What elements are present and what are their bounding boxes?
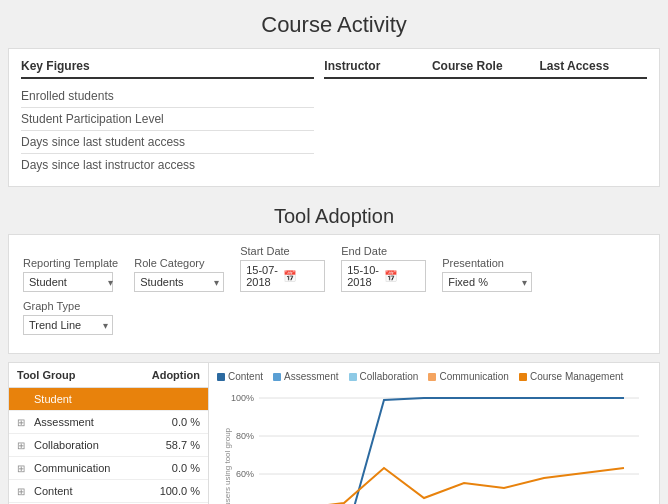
legend-item-0: Content <box>217 371 263 382</box>
graph-type-group: Graph Type Trend Line Bar Chart <box>23 300 113 335</box>
tool-row-value-1: 0.0 % <box>134 416 200 428</box>
tool-row-value-4: 100.0 % <box>134 485 200 497</box>
chart-area: Content Assessment Collaboration Communi… <box>209 363 659 504</box>
col-instructor: Instructor <box>324 59 432 73</box>
expand-icon-2: ⊞ <box>17 440 31 451</box>
content-line <box>259 398 624 504</box>
tool-row-value-3: 0.0 % <box>134 462 200 474</box>
expand-icon-3: ⊞ <box>17 463 31 474</box>
tool-rows-container: Student ⊞ Assessment 0.0 % ⊞ Collaborati… <box>9 388 208 504</box>
kf-row-2: Student Participation Level <box>21 108 314 131</box>
key-figures-section: Key Figures Enrolled students Student Pa… <box>8 48 660 187</box>
trend-chart: 100% 80% 60% 40% 20% % of active users u… <box>217 388 651 504</box>
tool-row-name-2: Collaboration <box>34 439 134 451</box>
svg-text:80%: 80% <box>236 431 254 441</box>
legend-label-3: Communication <box>439 371 508 382</box>
key-figures-header: Key Figures <box>21 59 314 79</box>
role-category-select-wrapper[interactable]: Students Instructors <box>134 272 224 292</box>
tool-row-2[interactable]: ⊞ Collaboration 58.7 % <box>9 434 208 457</box>
reporting-template-label: Reporting Template <box>23 257 118 269</box>
key-figures-panel: Key Figures Enrolled students Student Pa… <box>21 59 314 176</box>
tool-row-value-2: 58.7 % <box>134 439 200 451</box>
filters-panel: Reporting Template Student Instructor Ro… <box>8 234 660 354</box>
legend-dot-2 <box>349 373 357 381</box>
tool-row-name-4: Content <box>34 485 134 497</box>
tool-row-3[interactable]: ⊞ Communication 0.0 % <box>9 457 208 480</box>
start-date-label: Start Date <box>240 245 325 257</box>
bottom-section: Tool Group Adoption Student ⊞ Assessment… <box>8 362 660 504</box>
legend-dot-3 <box>428 373 436 381</box>
presentation-select-wrapper[interactable]: Fixed % Relative % <box>442 272 532 292</box>
kf-row-4: Days since last instructor access <box>21 154 314 176</box>
start-date-value: 15-07-2018 <box>246 264 283 288</box>
legend-item-1: Assessment <box>273 371 338 382</box>
role-category-label: Role Category <box>134 257 224 269</box>
presentation-group: Presentation Fixed % Relative % <box>442 257 532 292</box>
kf-row-1: Enrolled students <box>21 85 314 108</box>
start-date-input[interactable]: 15-07-2018 📅 <box>240 260 325 292</box>
end-date-group: End Date 15-10-2018 📅 <box>341 245 426 292</box>
svg-text:% of active users using tool g: % of active users using tool group <box>223 427 232 504</box>
legend-item-2: Collaboration <box>349 371 419 382</box>
course-mgmt-line <box>259 468 624 504</box>
tool-table: Tool Group Adoption Student ⊞ Assessment… <box>9 363 209 504</box>
tool-group-col-header: Tool Group <box>17 369 127 381</box>
legend-dot-4 <box>519 373 527 381</box>
legend-dot-1 <box>273 373 281 381</box>
filters-row-1: Reporting Template Student Instructor Ro… <box>23 245 645 292</box>
presentation-select[interactable]: Fixed % Relative % <box>442 272 532 292</box>
tool-row-4[interactable]: ⊞ Content 100.0 % <box>9 480 208 503</box>
end-date-value: 15-10-2018 <box>347 264 384 288</box>
expand-icon-4: ⊞ <box>17 486 31 497</box>
page-title: Course Activity <box>0 0 668 48</box>
end-date-label: End Date <box>341 245 426 257</box>
legend-label-0: Content <box>228 371 263 382</box>
legend-item-4: Course Management <box>519 371 623 382</box>
end-date-calendar-icon: 📅 <box>384 270 421 283</box>
graph-type-select-wrapper[interactable]: Trend Line Bar Chart <box>23 315 113 335</box>
end-date-input[interactable]: 15-10-2018 📅 <box>341 260 426 292</box>
legend-label-4: Course Management <box>530 371 623 382</box>
tool-row-0[interactable]: Student <box>9 388 208 411</box>
instructor-table-header: Instructor Course Role Last Access <box>324 59 647 79</box>
col-course-role: Course Role <box>432 59 540 73</box>
tool-row-1[interactable]: ⊞ Assessment 0.0 % <box>9 411 208 434</box>
legend-item-3: Communication <box>428 371 508 382</box>
start-date-group: Start Date 15-07-2018 📅 <box>240 245 325 292</box>
reporting-template-select[interactable]: Student Instructor <box>23 272 113 292</box>
reporting-template-select-wrapper[interactable]: Student Instructor <box>23 272 118 292</box>
adoption-col-header: Adoption <box>127 369 200 381</box>
graph-type-select[interactable]: Trend Line Bar Chart <box>23 315 113 335</box>
start-date-calendar-icon: 📅 <box>283 270 320 283</box>
presentation-label: Presentation <box>442 257 532 269</box>
legend-label-2: Collaboration <box>360 371 419 382</box>
role-category-group: Role Category Students Instructors <box>134 257 224 292</box>
tool-table-header: Tool Group Adoption <box>9 363 208 388</box>
tool-row-name-3: Communication <box>34 462 134 474</box>
kf-row-3: Days since last student access <box>21 131 314 154</box>
col-last-access: Last Access <box>539 59 647 73</box>
legend-label-1: Assessment <box>284 371 338 382</box>
chart-svg-wrapper: 100% 80% 60% 40% 20% % of active users u… <box>217 388 651 504</box>
svg-text:100%: 100% <box>231 393 254 403</box>
tool-row-name-1: Assessment <box>34 416 134 428</box>
tool-adoption-title: Tool Adoption <box>0 197 668 234</box>
reporting-template-group: Reporting Template Student Instructor <box>23 257 118 292</box>
expand-icon-1: ⊞ <box>17 417 31 428</box>
role-category-select[interactable]: Students Instructors <box>134 272 224 292</box>
graph-type-label: Graph Type <box>23 300 113 312</box>
tool-row-name-0: Student <box>34 393 134 405</box>
svg-text:60%: 60% <box>236 469 254 479</box>
chart-legend: Content Assessment Collaboration Communi… <box>217 371 651 382</box>
instructor-table-panel: Instructor Course Role Last Access <box>324 59 647 176</box>
legend-dot-0 <box>217 373 225 381</box>
filters-row-2: Graph Type Trend Line Bar Chart <box>23 300 645 335</box>
